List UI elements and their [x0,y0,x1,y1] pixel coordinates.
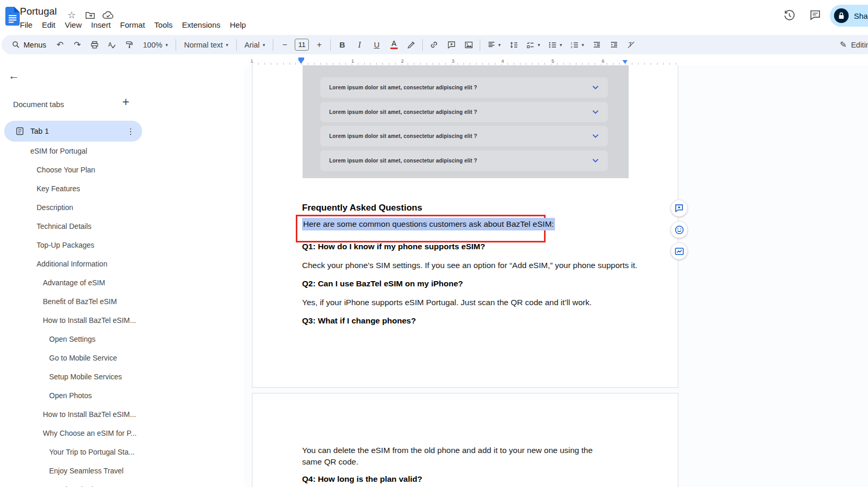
menus-label: Menus [24,41,47,49]
add-tab-button[interactable]: + [122,96,129,108]
document-page-2[interactable]: You can delete the eSIM from the old pho… [252,393,678,487]
chevron-down-icon [592,134,599,138]
outline-item[interactable]: Key Features [0,179,235,198]
insert-image-fab[interactable] [670,242,688,260]
align-button[interactable]: ▾ [484,37,504,52]
bulleted-list-button[interactable]: ▾ [545,37,565,52]
menus-search-button[interactable]: Menus [8,37,51,52]
italic-icon: I [358,40,361,50]
tab-label: Tab 1 [30,127,49,135]
paragraph-style-select[interactable]: Normal text ▾ [180,37,233,52]
insert-image-button[interactable] [461,37,476,52]
text-color-button[interactable]: A [386,37,401,52]
outline-item[interactable]: Advantage of eSIM [0,273,235,292]
faq-row-text: Lorem ipsum dolor sit amet, consectetur … [329,158,477,164]
selection-highlight: Here are some common questions customers… [302,218,555,230]
chevron-down-icon [592,158,599,163]
menu-file[interactable]: File [15,18,37,32]
font-size-increase-button[interactable]: + [311,37,327,52]
underline-button[interactable]: U [369,37,384,52]
outline-item[interactable]: How to Install BazTel eSIM... [0,311,235,330]
spellcheck-icon: A [108,41,116,49]
decrease-indent-icon [593,41,601,49]
doc-question-2: Q2: Can I use BazTel eSIM on my iPhone? [302,278,463,289]
ruler-number: 5 [550,58,555,64]
decrease-indent-button[interactable] [589,37,604,52]
outline-item[interactable]: Additional Information [0,254,235,273]
right-margin-marker[interactable] [622,60,628,64]
menu-edit[interactable]: Edit [37,18,60,32]
embedded-faq-image[interactable]: Lorem ipsum dolor sit amet, consectetur … [303,65,629,178]
font-select[interactable]: Arial ▾ [240,37,270,52]
italic-button[interactable]: I [352,37,367,52]
ruler-ticks [252,63,678,65]
document-page-1[interactable]: Lorem ipsum dolor sit amet, consectetur … [252,65,678,388]
numbered-list-button[interactable]: 12 ▾ [567,37,587,52]
menu-format[interactable]: Format [115,18,150,32]
tab-options-icon[interactable]: ⋮ [126,126,135,136]
line-spacing-button[interactable] [506,37,521,52]
paragraph-style-value: Normal text [184,41,223,49]
outline-item[interactable]: Open Settings [0,330,235,349]
bulleted-list-icon [548,41,557,49]
redo-button[interactable]: ↷ [70,37,85,52]
highlight-color-button[interactable] [403,37,419,52]
checklist-button[interactable]: ▾ [523,37,543,52]
menu-view[interactable]: View [60,18,86,32]
doc-question-4: Q4: How long is the plan valid? [302,473,422,485]
editing-mode-select[interactable]: ✎ Editing ▾ [840,37,868,52]
outline-item[interactable]: How to Install BazTel eSIM... [0,405,235,424]
bold-icon: B [339,40,345,49]
print-button[interactable] [87,37,102,52]
outline-panel: ← Document tabs + Tab 1 ⋮ eSIM for Portu… [0,54,244,487]
outline-item[interactable]: Enjoy Seamless Travel [0,461,235,480]
outline-item[interactable]: Open Photos [0,386,235,405]
zoom-select[interactable]: 100% ▾ [139,37,172,52]
faq-accordion-row: Lorem ipsum dolor sit amet, consectetur … [320,102,608,122]
outline-item[interactable]: Benefit of BazTel eSIM [0,292,235,311]
line-spacing-icon [510,41,518,49]
outline-item[interactable]: Your Trip to Portugal Sta... [0,443,235,461]
outline-item[interactable]: Description [0,198,235,217]
paint-format-button[interactable] [122,37,137,52]
highlighter-icon [407,41,415,49]
menu-tools[interactable]: Tools [149,18,177,32]
font-size-decrease-button[interactable]: − [277,37,292,52]
outline-item[interactable]: Choose Your Plan [0,160,235,179]
clear-formatting-button[interactable]: T [623,37,639,52]
outline-item[interactable]: Setup Mobile Services [0,367,235,386]
spellcheck-button[interactable]: A [105,37,120,52]
add-comment-fab[interactable] [670,200,688,217]
outline-item[interactable]: Frequently Asked Quest... [0,480,235,487]
ruler[interactable]: 1 1 2 3 4 5 6 [252,57,678,65]
increase-indent-icon [610,41,618,49]
font-size-input[interactable]: 11 [295,39,309,51]
selected-sentence[interactable]: Here are some common questions customers… [302,219,555,229]
bold-button[interactable]: B [334,37,350,52]
outline-item[interactable]: Why Choose an eSIM for P... [0,424,235,443]
emoji-reaction-fab[interactable] [670,221,688,238]
menu-help[interactable]: Help [225,18,251,32]
document-title[interactable]: Portugal [20,6,57,17]
comments-button[interactable] [808,8,822,22]
top-bar: Portugal ☆ File Edit View Insert Format … [0,0,868,34]
undo-button[interactable]: ↶ [53,37,68,52]
left-margin-marker[interactable] [298,57,304,64]
outline-item[interactable]: Go to Mobile Service [0,349,235,367]
menu-insert[interactable]: Insert [86,18,115,32]
outline-item[interactable]: Technical Details [0,217,235,236]
back-arrow-icon[interactable]: ← [8,70,19,81]
outline-list: eSIM for Portugal Choose Your Plan Key F… [0,142,235,487]
tab-item-active[interactable]: Tab 1 ⋮ [4,121,142,142]
increase-indent-button[interactable] [606,37,621,52]
chevron-down-icon: ▾ [538,42,540,48]
share-button[interactable]: Share [830,5,868,27]
insert-link-button[interactable] [426,37,442,52]
chevron-down-icon: ▾ [263,42,265,48]
clear-formatting-icon: T [627,40,635,49]
outline-item[interactable]: Top-Up Packages [0,236,235,254]
outline-item[interactable]: eSIM for Portugal [0,142,235,160]
menu-extensions[interactable]: Extensions [177,18,225,32]
version-history-button[interactable] [782,8,796,22]
add-comment-button[interactable] [444,37,459,52]
